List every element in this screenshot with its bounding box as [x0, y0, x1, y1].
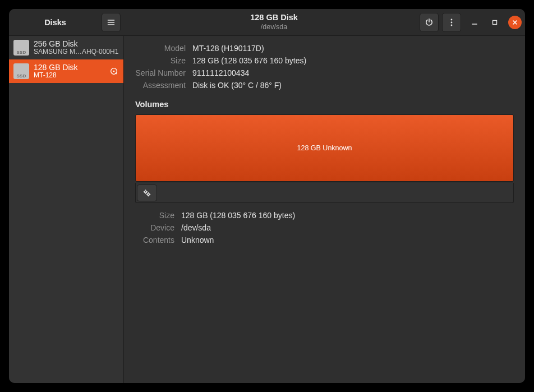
- disk-details: Model MT-128 (H190117D) Size 128 GB (128…: [126, 44, 515, 90]
- volume-graph: 128 GB Unknown: [135, 114, 514, 182]
- content-pane: Model MT-128 (H190117D) Size 128 GB (128…: [124, 36, 525, 383]
- volume-segment-label: 128 GB Unknown: [297, 144, 352, 152]
- close-icon: [512, 20, 518, 25]
- disk-item-labels: 256 GB Disk SAMSUNG M…AHQ-000H1: [34, 39, 119, 56]
- selected-disk-path: /dev/sda: [261, 23, 287, 31]
- volume-details: Size 128 GB (128 035 676 160 bytes) Devi…: [126, 211, 515, 245]
- assessment-label: Assessment: [126, 81, 186, 90]
- serial-label: Serial Number: [126, 68, 186, 77]
- vol-device-value: /dev/sda: [181, 223, 515, 232]
- window-maximize-button[interactable]: [488, 16, 501, 29]
- svg-point-6: [451, 24, 453, 26]
- size-label: Size: [126, 56, 186, 65]
- titlebar-center: 128 GB Disk /dev/sda: [124, 9, 424, 35]
- drive-options-button[interactable]: [442, 13, 461, 32]
- selected-disk-title: 128 GB Disk: [250, 13, 298, 22]
- svg-point-4: [451, 19, 453, 20]
- disks-window: Disks 128 GB Disk /dev/sda: [9, 9, 525, 383]
- disk-sidebar: SSD 256 GB Disk SAMSUNG M…AHQ-000H1 SSD …: [9, 36, 124, 383]
- ssd-icon: SSD: [13, 63, 29, 79]
- vol-contents-value: Unknown: [181, 236, 515, 245]
- svg-rect-19: [147, 191, 148, 192]
- svg-rect-23: [148, 195, 149, 196]
- ssd-icon-text: SSD: [16, 73, 26, 79]
- svg-rect-22: [148, 192, 149, 192]
- kebab-icon: [447, 18, 456, 27]
- svg-point-5: [451, 21, 453, 23]
- disk-activity-icon: [109, 66, 119, 76]
- model-value: MT-128 (H190117D): [192, 44, 515, 53]
- svg-rect-24: [146, 193, 147, 194]
- gear-icon: [142, 188, 151, 197]
- ssd-icon: SSD: [13, 40, 29, 56]
- svg-point-21: [148, 193, 149, 195]
- hamburger-icon: [107, 18, 116, 27]
- serial-value: 9111112100434: [192, 68, 515, 77]
- volume-toolbar: [135, 183, 514, 203]
- sidebar-disk-item-selected[interactable]: SSD 128 GB Disk MT-128: [9, 59, 123, 83]
- volumes-panel: 128 GB Unknown: [135, 114, 514, 203]
- assessment-value: Disk is OK (30° C / 86° F): [192, 81, 515, 90]
- window-close-button[interactable]: [508, 16, 522, 29]
- svg-point-15: [145, 191, 146, 192]
- svg-rect-16: [145, 190, 146, 190]
- maximize-icon: [491, 19, 498, 26]
- drive-power-button[interactable]: [420, 13, 439, 32]
- window-minimize-button[interactable]: [468, 16, 481, 29]
- size-value: 128 GB (128 035 676 160 bytes): [192, 56, 515, 65]
- vol-device-label: Device: [126, 223, 174, 232]
- svg-rect-25: [150, 193, 150, 194]
- vol-size-value: 128 GB (128 035 676 160 bytes): [181, 211, 515, 220]
- svg-rect-18: [144, 191, 144, 192]
- vol-contents-label: Contents: [126, 236, 174, 245]
- ssd-icon-text: SSD: [16, 50, 26, 55]
- svg-rect-17: [145, 193, 146, 193]
- volumes-heading: Volumes: [135, 100, 515, 109]
- vol-size-label: Size: [126, 211, 174, 220]
- disk-item-title: 128 GB Disk: [34, 63, 104, 72]
- svg-point-12: [113, 71, 115, 72]
- sidebar-disk-item[interactable]: SSD 256 GB Disk SAMSUNG M…AHQ-000H1: [9, 36, 123, 59]
- disk-item-title: 256 GB Disk: [34, 39, 119, 48]
- titlebar: Disks 128 GB Disk /dev/sda: [9, 9, 525, 36]
- svg-rect-8: [493, 20, 497, 24]
- model-label: Model: [126, 44, 186, 53]
- app-title: Disks: [13, 18, 97, 27]
- titlebar-left: Disks: [9, 9, 124, 35]
- power-icon: [425, 18, 434, 27]
- window-body: SSD 256 GB Disk SAMSUNG M…AHQ-000H1 SSD …: [9, 36, 525, 383]
- volume-settings-button[interactable]: [137, 185, 157, 201]
- app-menu-button[interactable]: [102, 13, 121, 32]
- minimize-icon: [471, 19, 478, 26]
- disk-item-subtitle: MT-128: [34, 72, 104, 80]
- titlebar-right: [420, 9, 522, 35]
- disk-item-labels: 128 GB Disk MT-128: [34, 63, 104, 80]
- volume-segment[interactable]: 128 GB Unknown: [136, 115, 513, 181]
- disk-item-subtitle: SAMSUNG M…AHQ-000H1: [34, 48, 119, 56]
